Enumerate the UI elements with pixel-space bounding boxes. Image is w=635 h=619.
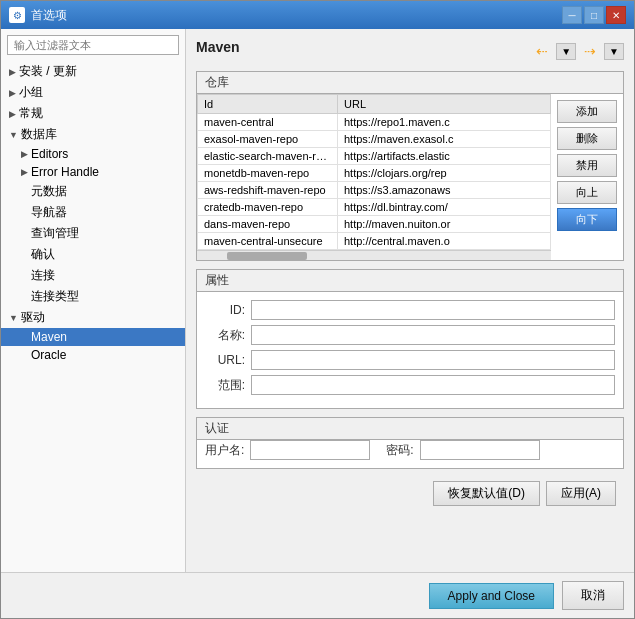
sidebar-item-groups[interactable]: ▶ 小组 (1, 82, 185, 103)
window-controls: ─ □ ✕ (562, 6, 626, 24)
minimize-button[interactable]: ─ (562, 6, 582, 24)
repo-url-cell: https://artifacts.elastic (338, 148, 551, 165)
arrow-icon: ▼ (9, 313, 18, 323)
password-input[interactable] (420, 440, 540, 460)
repo-action-buttons: 添加 删除 禁用 向上 向下 (551, 94, 623, 260)
repo-url-cell: http://maven.nuiton.or (338, 216, 551, 233)
table-row[interactable]: elastic-search-maven-repohttps://artifac… (198, 148, 551, 165)
attr-section-title: 属性 (197, 270, 623, 292)
repo-url-cell: https://s3.amazonaws (338, 182, 551, 199)
username-input[interactable] (250, 440, 370, 460)
table-row[interactable]: aws-redshift-maven-repohttps://s3.amazon… (198, 182, 551, 199)
filter-input[interactable] (7, 35, 179, 55)
arrow-icon: ▶ (21, 149, 28, 159)
url-row: URL: (205, 350, 615, 370)
preferences-window: ⚙ 首选项 ─ □ ✕ ▶ 安装 / 更新 ▶ 小组 ▶ 常规 (0, 0, 635, 619)
scope-input[interactable] (251, 375, 615, 395)
sidebar-item-driver[interactable]: ▼ 驱动 (1, 307, 185, 328)
sidebar-item-confirm[interactable]: ▶ 确认 (1, 244, 185, 265)
up-button[interactable]: 向上 (557, 181, 617, 204)
arrow-icon: ▶ (21, 167, 28, 177)
forward-arrow-icon[interactable]: ⇢ (580, 41, 600, 61)
sidebar-item-metadata[interactable]: ▶ 元数据 (1, 181, 185, 202)
arrow-icon: ▼ (9, 130, 18, 140)
repo-id-cell: maven-central (198, 114, 338, 131)
main-panel: Maven ⇠ ▼ ⇢ ▼ 仓库 Id (186, 29, 634, 572)
name-input[interactable] (251, 325, 615, 345)
col-id-header: Id (198, 95, 338, 114)
panel-title: Maven (196, 39, 240, 55)
repo-url-cell: https://dl.bintray.com/ (338, 199, 551, 216)
horizontal-scrollbar[interactable] (197, 250, 551, 260)
table-row[interactable]: exasol-maven-repohttps://maven.exasol.c (198, 131, 551, 148)
close-button[interactable]: ✕ (606, 6, 626, 24)
repo-id-cell: exasol-maven-repo (198, 131, 338, 148)
repo-url-cell: https://clojars.org/rep (338, 165, 551, 182)
repo-table: Id URL maven-centralhttps://repo1.maven.… (197, 94, 551, 250)
window-title: 首选项 (31, 7, 562, 24)
disable-button[interactable]: 禁用 (557, 154, 617, 177)
sidebar: ▶ 安装 / 更新 ▶ 小组 ▶ 常规 ▼ 数据库 ▶ Editors ▶ Er… (1, 29, 186, 572)
back-arrow-icon[interactable]: ⇠ (532, 41, 552, 61)
scrollbar-thumb[interactable] (227, 252, 307, 260)
sidebar-item-connect[interactable]: ▶ 连接 (1, 265, 185, 286)
repo-url-cell: http://central.maven.o (338, 233, 551, 250)
footer: Apply and Close 取消 (1, 572, 634, 618)
username-label: 用户名: (205, 442, 244, 459)
sidebar-item-connect-type[interactable]: ▶ 连接类型 (1, 286, 185, 307)
attr-group-box: 属性 ID: 名称: URL: 范围: (196, 269, 624, 409)
id-input[interactable] (251, 300, 615, 320)
auth-section-title: 认证 (197, 418, 623, 440)
sidebar-item-oracle[interactable]: ▶ Oracle (1, 346, 185, 364)
table-row[interactable]: maven-centralhttps://repo1.maven.c (198, 114, 551, 131)
repo-url-cell: https://repo1.maven.c (338, 114, 551, 131)
sidebar-item-editors[interactable]: ▶ Editors (1, 145, 185, 163)
nav-dropdown2[interactable]: ▼ (604, 43, 624, 60)
repo-url-cell: https://maven.exasol.c (338, 131, 551, 148)
cancel-button[interactable]: 取消 (562, 581, 624, 610)
repo-group-box: 仓库 Id URL maven-centralhttps://repo1.m (196, 71, 624, 261)
sidebar-item-error-handle[interactable]: ▶ Error Handle (1, 163, 185, 181)
table-row[interactable]: dans-maven-repohttp://maven.nuiton.or (198, 216, 551, 233)
auth-section: 用户名: 密码: (197, 440, 623, 468)
reset-button[interactable]: 恢复默认值(D) (433, 481, 540, 506)
repo-id-cell: cratedb-maven-repo (198, 199, 338, 216)
arrow-icon: ▶ (9, 88, 16, 98)
maximize-button[interactable]: □ (584, 6, 604, 24)
auth-group-box: 认证 用户名: 密码: (196, 417, 624, 469)
sidebar-item-query-mgmt[interactable]: ▶ 查询管理 (1, 223, 185, 244)
attr-section: ID: 名称: URL: 范围: (197, 292, 623, 408)
repo-table-wrap: Id URL maven-centralhttps://repo1.maven.… (197, 94, 551, 260)
sidebar-item-maven[interactable]: ▶ Maven (1, 328, 185, 346)
table-row[interactable]: cratedb-maven-repohttps://dl.bintray.com… (198, 199, 551, 216)
action-buttons: 恢复默认值(D) 应用(A) (196, 477, 624, 510)
id-row: ID: (205, 300, 615, 320)
repo-id-cell: elastic-search-maven-repo (198, 148, 338, 165)
repo-id-cell: maven-central-unsecure (198, 233, 338, 250)
nav-dropdown[interactable]: ▼ (556, 43, 576, 60)
title-bar: ⚙ 首选项 ─ □ ✕ (1, 1, 634, 29)
repo-id-cell: dans-maven-repo (198, 216, 338, 233)
repo-id-cell: monetdb-maven-repo (198, 165, 338, 182)
scope-row: 范围: (205, 375, 615, 395)
name-label: 名称: (205, 327, 245, 344)
name-row: 名称: (205, 325, 615, 345)
sidebar-item-general[interactable]: ▶ 常规 (1, 103, 185, 124)
repo-section: Id URL maven-centralhttps://repo1.maven.… (197, 94, 623, 260)
apply-button[interactable]: 应用(A) (546, 481, 616, 506)
delete-button[interactable]: 删除 (557, 127, 617, 150)
password-label: 密码: (386, 442, 413, 459)
sidebar-item-install-update[interactable]: ▶ 安装 / 更新 (1, 61, 185, 82)
table-row[interactable]: monetdb-maven-repohttps://clojars.org/re… (198, 165, 551, 182)
down-button[interactable]: 向下 (557, 208, 617, 231)
sidebar-item-navigator[interactable]: ▶ 导航器 (1, 202, 185, 223)
add-button[interactable]: 添加 (557, 100, 617, 123)
sidebar-item-database[interactable]: ▼ 数据库 (1, 124, 185, 145)
url-input[interactable] (251, 350, 615, 370)
table-row[interactable]: maven-central-unsecurehttp://central.mav… (198, 233, 551, 250)
repo-id-cell: aws-redshift-maven-repo (198, 182, 338, 199)
arrow-icon: ▶ (9, 109, 16, 119)
apply-close-button[interactable]: Apply and Close (429, 583, 554, 609)
auth-row: 用户名: 密码: (205, 440, 615, 460)
content-area: ▶ 安装 / 更新 ▶ 小组 ▶ 常规 ▼ 数据库 ▶ Editors ▶ Er… (1, 29, 634, 572)
